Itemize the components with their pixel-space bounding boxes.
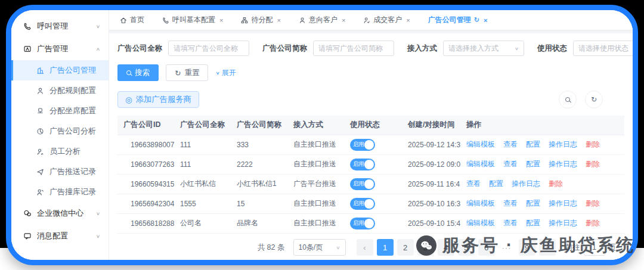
page-button-2[interactable]: 2 <box>397 239 414 256</box>
page-size-select[interactable]: 10条/页 ∨ <box>293 239 346 256</box>
action-delete[interactable]: 删除 <box>586 140 600 148</box>
sidebar-item-message-config[interactable]: 消息配置 ∨ <box>11 225 109 247</box>
page-button-4[interactable]: 4 <box>438 239 454 256</box>
tab-closed-customers[interactable]: 成交客户 × <box>363 15 410 25</box>
prev-page-button[interactable]: ‹ <box>357 239 373 256</box>
phone-icon <box>23 22 32 30</box>
user-check-icon <box>363 17 370 24</box>
action-view[interactable]: 查看 <box>503 160 518 168</box>
cell-access-mode: 自主接口推送 <box>287 213 344 233</box>
action-operation-log[interactable]: 操作日志 <box>549 199 577 207</box>
access-mode-select[interactable]: 请选择接入方式 ∨ <box>443 41 524 56</box>
cell-short-name: 2222 <box>231 154 287 174</box>
action-operation-log[interactable]: 操作日志 <box>549 219 577 227</box>
action-view[interactable]: 查看 <box>503 219 518 227</box>
close-icon[interactable]: × <box>277 17 280 24</box>
col-full-name: 广告公司全称 <box>174 116 231 135</box>
chevron-down-icon: ∨ <box>96 24 100 29</box>
cell-access-mode: 自主接口推送 <box>287 154 344 174</box>
table-row: 19660594315658小红书私信小红书私信1广告平台推送启用2025-09… <box>117 174 624 194</box>
cell-company-id: 19660594315658 <box>117 174 174 194</box>
cell-short-name: 小红书私信1 <box>231 174 287 194</box>
toggle-label: 启用 <box>353 141 364 148</box>
tab-home[interactable]: 首页 <box>120 15 144 25</box>
action-operation-log[interactable]: 操作日志 <box>549 160 577 168</box>
status-toggle[interactable]: 启用 <box>350 178 375 190</box>
close-icon[interactable]: × <box>406 17 410 24</box>
tab-call-basic-config[interactable]: 呼叫基本配置 × <box>162 15 223 25</box>
field-label: 使用状态 <box>537 44 567 54</box>
page-button-1[interactable]: 1 <box>377 239 394 256</box>
action-delete[interactable]: 删除 <box>586 199 600 207</box>
search-circle-button[interactable] <box>559 91 577 108</box>
search-button[interactable]: 搜索 <box>117 64 159 81</box>
action-view[interactable]: 查看 <box>503 199 518 207</box>
page-button-6[interactable]: 6 <box>478 239 495 256</box>
sidebar-item-call-management[interactable]: 呼叫管理 ∨ <box>11 15 109 38</box>
tab-label: 意向客户 <box>309 15 338 25</box>
toggle-knob <box>364 199 374 209</box>
status-toggle[interactable]: 启用 <box>350 198 375 210</box>
gear-icon: ◎ <box>125 95 132 104</box>
usage-status-select[interactable]: 请选择使用状态 ∨ <box>573 41 638 56</box>
close-icon[interactable]: × <box>219 17 223 24</box>
status-toggle[interactable]: 启用 <box>350 139 375 151</box>
cell-short-name: 15 <box>231 194 287 213</box>
action-edit-template[interactable]: 编辑模板 <box>466 219 495 227</box>
col-actions: 操作 <box>460 116 624 135</box>
expand-link[interactable]: ∨ 展开 <box>215 68 236 78</box>
sidebar-item-ad-management[interactable]: 广告管理 ∧ <box>11 38 109 60</box>
action-view[interactable]: 查看 <box>466 179 481 188</box>
action-edit-template[interactable]: 编辑模板 <box>466 199 495 207</box>
page-button-3[interactable]: 3 <box>417 239 434 256</box>
action-operation-log[interactable]: 操作日志 <box>512 179 540 188</box>
refresh-circle-button[interactable]: ↻ <box>585 91 603 108</box>
action-delete[interactable]: 删除 <box>586 160 600 168</box>
action-config[interactable]: 配置 <box>526 219 540 227</box>
reset-button[interactable]: ↻ 重置 <box>166 64 208 81</box>
toggle-knob <box>364 179 374 189</box>
action-view[interactable]: 查看 <box>503 140 518 148</box>
search-icon <box>126 70 131 75</box>
action-delete[interactable]: 删除 <box>549 179 563 188</box>
action-edit-template[interactable]: 编辑模板 <box>466 140 495 148</box>
goto-page-input[interactable] <box>584 239 605 256</box>
full-name-input[interactable] <box>168 41 249 56</box>
sidebar-item-ad-company-analysis[interactable]: 广告公司分析 <box>11 121 109 141</box>
page-button-9[interactable]: 9 <box>519 239 535 256</box>
action-config[interactable]: 配置 <box>489 179 503 188</box>
page-button-5[interactable]: 5 <box>458 239 475 256</box>
sidebar-item-ad-company-management[interactable]: 广告公司管理 <box>11 60 109 80</box>
cell-usage-status: 启用 <box>344 135 402 154</box>
chevron-down-icon: ∨ <box>96 234 100 239</box>
action-delete[interactable]: 删除 <box>586 219 600 227</box>
sidebar-item-allocation-rules[interactable]: 分配规则配置 <box>11 80 109 101</box>
chevron-down-icon: ∨ <box>96 211 100 216</box>
sidebar-item-ad-collision-records[interactable]: 广告撞库记录 <box>11 182 109 202</box>
sidebar-item-allocation-seats[interactable]: 分配坐席配置 <box>11 101 109 121</box>
action-config[interactable]: 配置 <box>526 199 540 207</box>
ad-box-icon <box>23 45 32 53</box>
sidebar-item-label: 呼叫管理 <box>37 21 91 32</box>
action-config[interactable]: 配置 <box>526 160 540 168</box>
sidebar-item-wecom-center[interactable]: 企业微信中心 ∨ <box>11 202 109 225</box>
close-icon[interactable]: × <box>484 17 487 24</box>
action-operation-log[interactable]: 操作日志 <box>549 140 577 148</box>
sidebar-item-employee-analysis[interactable]: 员工分析 <box>11 141 109 162</box>
add-ad-provider-button[interactable]: ◎ 添加广告服务商 <box>117 91 199 108</box>
page-buttons: 123456···9 <box>377 239 535 256</box>
action-edit-template[interactable]: 编辑模板 <box>466 160 495 168</box>
table-header-row: 广告公司ID 广告公司全称 广告公司简称 接入方式 使用状态 创建/对接时间 操… <box>117 116 624 135</box>
action-config[interactable]: 配置 <box>526 140 540 148</box>
refresh-icon[interactable]: ↻ <box>474 16 479 24</box>
next-page-button[interactable]: › <box>539 239 556 256</box>
table-row: 19656942304673155515自主接口推送启用2025-09-10 1… <box>117 194 624 213</box>
status-toggle[interactable]: 启用 <box>350 218 375 229</box>
tab-ad-company-management[interactable]: 广告公司管理 ↻ × <box>428 15 488 25</box>
tab-intent-customers[interactable]: 意向客户 × <box>299 15 345 25</box>
tab-pending-allocation[interactable]: 待分配 × <box>241 15 280 25</box>
close-icon[interactable]: × <box>342 17 345 24</box>
status-toggle[interactable]: 启用 <box>350 159 375 170</box>
sidebar-item-ad-push-records[interactable]: 广告推送记录 <box>11 162 109 182</box>
short-name-input[interactable] <box>313 41 394 56</box>
